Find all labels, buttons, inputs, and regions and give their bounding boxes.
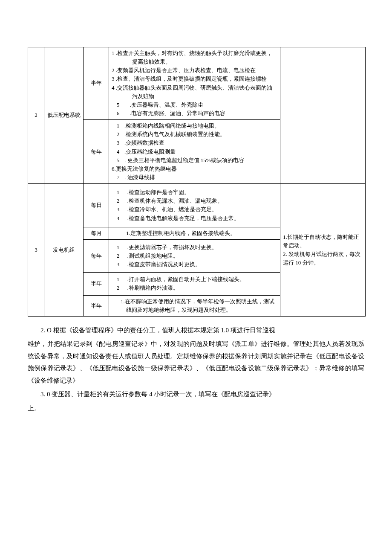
num: 4 — [112, 148, 124, 156]
list-item: 1 .检查开关主触头，对有灼伤、烧蚀的触头予以打磨光滑或更换，提高接触效果。 — [112, 49, 277, 66]
list-item: 1 .打开箱内面板，紧固自动开关上下端接线端头。 — [112, 275, 277, 284]
list-item: 1.检测柜箱内线路相间绝缘与接地电阻。 — [112, 122, 277, 130]
cell-system: 发电机组 — [44, 184, 84, 317]
text: .打开箱内面板，紧固自动开关上下端接线端头。 — [127, 276, 245, 282]
num: 6 — [112, 109, 124, 118]
list-item: 1 .检查运动部件是否牢固。 — [112, 188, 277, 197]
list-item: 3 .检查、清洁母线组，及时更换破损的固定瓷瓶，紧固连接镖栓 — [112, 75, 277, 83]
list-item: 4 .交流接触器触头表面及四周污物、研磨触头、清洁铁心表面的油污及赃物 — [112, 84, 277, 101]
body-paragraph: 上。 — [28, 402, 364, 416]
num: 1 — [112, 243, 124, 252]
text: .检查运动部件是否牢固。 — [127, 189, 190, 195]
text: .检查机体有无漏水、漏油、漏电现象。 — [127, 198, 223, 204]
cell-content: 1 .检查运动部件是否牢固。 2 .检查机体有无漏水、漏油、漏电现象。 3 .检… — [109, 184, 280, 227]
cell-content: 1 .更换滤清器芯子，有损坏及时更换。 2 .测试机组接地电阻。 3 .检查皮带… — [109, 239, 280, 272]
cell-frequency: 半年 — [84, 273, 109, 295]
list-item: 4.变压器绝缘电阻测量 — [112, 148, 277, 156]
document-page: 2 低压配电系统 半年 1 .检查开关主触头，对有灼伤、烧蚀的触头予以打磨光滑或… — [0, 0, 392, 442]
num: 5 — [112, 101, 124, 109]
num: 2 — [112, 130, 124, 139]
text: .测试机组接地电阻。 — [127, 253, 179, 259]
list-item: 2.检测系统内电气及机械联锁装置的性能。 — [112, 130, 277, 139]
list-item: 6.更换无法修复的热继电器 — [112, 165, 277, 173]
maintenance-table: 2 低压配电系统 半年 1 .检查开关主触头，对有灼伤、烧蚀的触头予以打磨光滑或… — [28, 47, 366, 317]
text: .变压器绝缘电阻测量 — [124, 148, 176, 155]
num: 2 — [112, 284, 124, 292]
cell-seq: 2 — [28, 47, 44, 184]
cell-frequency: 半年 — [84, 47, 109, 120]
body-paragraph: 维护，并把结果记录到《配电房巡查记录》中，对发现的问题及时填写《派工单》进行维修… — [28, 338, 364, 388]
text: .检查冷却水、机油、燃油是否充足。 — [127, 206, 217, 212]
cell-system: 低压配电系统 — [44, 47, 84, 184]
table-row: 2 低压配电系统 半年 1 .检查开关主触头，对有灼伤、烧蚀的触头予以打磨光滑或… — [28, 47, 366, 120]
text: .检测系统内电气及机械联锁装置的性能。 — [124, 131, 225, 137]
text: .电容有无膨胀、漏油、异常响声的电容 — [130, 110, 225, 116]
cell-frequency: 每年 — [84, 239, 109, 272]
num: 3 — [112, 205, 124, 214]
list-item: 2 .补刷槽箱内外油漆。 — [112, 284, 277, 292]
num: 2 — [112, 252, 124, 260]
text: .补刷槽箱内外油漆。 — [127, 285, 179, 291]
list-item: 5. 更换三相平衡电流超过额定值 15%或缺项的电容 — [112, 156, 277, 165]
list-item: 6 .电容有无膨胀、漏油、异常响声的电容 — [112, 109, 277, 118]
num: 7 — [112, 173, 124, 182]
cell-frequency: 每年 — [84, 120, 109, 184]
body-paragraph: 2. O 根据《设备管理程序》中的责任分工，值班人根据本规定第 1.0 项进行日… — [28, 324, 364, 338]
list-item: 3.变频器数据检查 — [112, 139, 277, 147]
list-item: 5 .变压器噪音、温度、外壳除尘 — [112, 101, 277, 109]
num: 1 — [112, 188, 124, 197]
text: .更换滤清器芯子，有损坏及时更换。 — [127, 244, 217, 250]
cell-frequency: 每日 — [84, 184, 109, 227]
list-item: 2 .测试机组接地电阻。 — [112, 252, 277, 260]
list-item: 7. 油漆母线排 — [112, 173, 277, 182]
cell-notes — [280, 47, 366, 184]
body-paragraph: 3. 0 变压器、计量柜的有关运行参数每 4 小时记录一次，填写在《配电房巡查记… — [28, 388, 364, 402]
text: .变压器噪音、温度、外壳除尘 — [130, 102, 203, 108]
table-row: 3 发电机组 每日 1 .检查运动部件是否牢固。 2 .检查机体有无漏水、漏油、… — [28, 184, 366, 227]
list-item: 2 .变频器风机运行是否正常、压力表检查、电流、电压检在 — [112, 66, 277, 75]
num: 1 — [112, 275, 124, 284]
num: 3 — [112, 139, 124, 147]
cell-seq: 3 — [28, 184, 44, 317]
list-item: 2 .检查机体有无漏水、漏油、漏电现象。 — [112, 197, 277, 205]
cell-frequency: 每月 — [84, 227, 109, 239]
list-item: 3 .检查冷却水、机油、燃油是否充足。 — [112, 205, 277, 214]
cell-content: 1.在不膨响正常使用的情况下，每半年检修一次照明主线，测试线间及对地绝缘电阻，发… — [109, 295, 280, 316]
text: . 油漆母线排 — [124, 174, 155, 180]
list-item: 4 .检查畜电池电解液是否充足，电压是否正常。 — [112, 214, 277, 223]
cell-content: 1 .检查开关主触头，对有灼伤、烧蚀的触头予以打磨光滑或更换，提高接触效果。 2… — [109, 47, 280, 120]
list-item: 3 .检查皮带磨损情况及时更换。 — [112, 260, 277, 269]
text: . 更换三相平衡电流超过额定值 15%或缺项的电容 — [124, 157, 244, 163]
num: 4 — [112, 214, 124, 223]
cell-content: 1.检测柜箱内线路相间绝缘与接地电阻。 2.检测系统内电气及机械联锁装置的性能。… — [109, 120, 280, 184]
text: .检查畜电池电解液是否充足，电压是否正常。 — [127, 215, 239, 221]
list-item: 1 .更换滤清器芯子，有损坏及时更换。 — [112, 243, 277, 252]
num: 1 — [112, 122, 124, 130]
num: 3 — [112, 260, 124, 269]
cell-frequency: 半年 — [84, 295, 109, 316]
list-item: 1.在不膨响正常使用的情况下，每半年检修一次照明主线，测试线间及对地绝缘电阻，发… — [121, 298, 274, 313]
text: .检测柜箱内线路相间绝缘与接地电阻。 — [124, 122, 220, 129]
cell-notes: 1.长期处于自动状态，随时能正常启动。 2. 发动机每月试运行两次，每次运行 1… — [280, 184, 366, 317]
cell-content: 1.定期整理控制柜内线路，紧固各接线端头。 — [109, 227, 280, 239]
text: .检查皮带磨损情况及时更换。 — [127, 261, 201, 267]
text: .变频器数据检查 — [124, 139, 164, 146]
num: 5 — [112, 156, 124, 165]
cell-content: 1 .打开箱内面板，紧固自动开关上下端接线端头。 2 .补刷槽箱内外油漆。 — [109, 273, 280, 295]
num: 2 — [112, 197, 124, 205]
